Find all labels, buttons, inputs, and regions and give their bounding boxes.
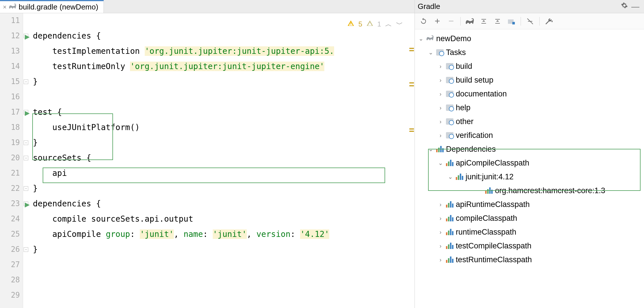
tree-task-group-other[interactable]: ›other	[415, 115, 644, 128]
offline-mode-icon[interactable]	[524, 15, 536, 28]
chevron-right-icon[interactable]: ›	[437, 118, 444, 125]
code-line[interactable]: useJUnitPlatform()	[33, 123, 415, 132]
tree-tasks[interactable]: ⌄Tasks	[415, 45, 644, 59]
tab-filename: build.gradle (newDemo)	[19, 3, 98, 12]
editor-tab-bar: × build.gradle (newDemo)	[0, 0, 415, 13]
code-line[interactable]: apiCompile group: 'junit', name: 'junit'…	[33, 230, 415, 238]
tree-dep-hamcrest[interactable]: org.hamcrest:hamcrest-core:1.3	[415, 184, 644, 197]
chevron-right-icon[interactable]: ›	[437, 77, 444, 83]
fold-column: −−−−−−−−	[23, 13, 31, 308]
tree-classpath-compileClasspath[interactable]: ›compileClasspath	[415, 211, 644, 225]
tree-task-group-verification[interactable]: ›verification	[415, 128, 644, 142]
warning-icon	[347, 20, 354, 28]
code-area[interactable]: dependencies { testImplementation 'org.j…	[31, 13, 415, 308]
tree-node-label: other	[456, 117, 474, 126]
folder-icon	[436, 49, 444, 56]
run-gutter-icon[interactable]: ▶	[25, 201, 30, 208]
fold-toggle-icon[interactable]: −	[24, 156, 28, 160]
editor-tab[interactable]: × build.gradle (newDemo)	[0, 0, 104, 13]
chevron-down-icon[interactable]: ⌄	[418, 35, 424, 42]
chevron-right-icon[interactable]: ›	[437, 243, 444, 249]
code-line[interactable]: dependencies {	[33, 200, 415, 208]
add-icon[interactable]: +	[431, 15, 444, 28]
chevron-down-icon[interactable]: ⌄	[428, 146, 434, 153]
fold-toggle-icon[interactable]: −	[24, 186, 28, 191]
line-number: 22	[11, 185, 20, 192]
tree-task-group-build[interactable]: ›build	[415, 59, 644, 73]
tree-classpath-testCompileClasspath[interactable]: ›testCompileClasspath	[415, 239, 644, 253]
expand-all-icon[interactable]	[477, 15, 490, 28]
chevron-right-icon[interactable]: ›	[437, 91, 444, 97]
code-line[interactable]: sourceSets {	[33, 154, 415, 162]
line-number: 25	[11, 230, 20, 238]
tree-root-project[interactable]: ⌄newDemo	[415, 32, 644, 45]
tree-node-label: testCompileClasspath	[456, 242, 532, 250]
svg-rect-1	[351, 24, 351, 25]
code-line[interactable]: api	[33, 169, 415, 177]
run-gutter-icon[interactable]: ▶	[25, 33, 30, 41]
tree-classpath-testRuntimeClasspath[interactable]: ›testRuntimeClasspath	[415, 253, 644, 267]
classpath-icon	[446, 160, 453, 166]
folder-icon	[446, 63, 453, 69]
code-line[interactable]: }	[33, 78, 415, 86]
editor-body[interactable]: 11121314151617181920212223242526272829 −…	[0, 13, 415, 308]
tree-task-group-documentation[interactable]: ›documentation	[415, 87, 644, 101]
tree-node-label: Dependencies	[446, 145, 496, 154]
code-line[interactable]: testRuntimeOnly 'org.junit.jupiter:junit…	[33, 62, 415, 71]
gutter: 11121314151617181920212223242526272829	[0, 13, 23, 308]
settings-icon[interactable]	[619, 2, 630, 11]
line-number: 16	[11, 93, 20, 100]
collapse-all-icon[interactable]	[491, 15, 504, 28]
wrench-icon[interactable]: ▾	[543, 15, 555, 28]
tree-classpath-apiCompileClasspath[interactable]: ⌄apiCompileClasspath	[415, 156, 644, 170]
chevron-down-icon[interactable]: ⌄	[428, 49, 434, 56]
folder-icon	[446, 118, 453, 125]
weak-warning-icon	[366, 20, 373, 28]
gradle-tree[interactable]: ⌄newDemo⌄Tasks›build›build setup›documen…	[415, 29, 644, 308]
chevron-right-icon[interactable]: ›	[437, 63, 444, 70]
code-line[interactable]: compile sourceSets.api.output	[33, 215, 415, 223]
classpath-icon	[446, 229, 453, 235]
remove-icon[interactable]: −	[445, 15, 457, 28]
inspections-widget[interactable]: 5 1 ︿ ﹀	[347, 20, 403, 29]
line-number: 15	[11, 78, 20, 85]
warning-count: 5	[358, 20, 362, 28]
code-line[interactable]: testImplementation 'org.junit.jupiter:ju…	[33, 47, 415, 55]
tree-node-label: apiCompileClasspath	[456, 159, 529, 168]
chevron-right-icon[interactable]: ›	[437, 132, 444, 139]
tree-classpath-runtimeClasspath[interactable]: ›runtimeClasspath	[415, 225, 644, 239]
gradle-elephant-icon[interactable]	[464, 15, 476, 28]
close-tab-icon[interactable]: ×	[3, 3, 7, 11]
hide-panel-icon[interactable]: —	[630, 2, 641, 11]
chevron-down-icon[interactable]: ⌄	[447, 173, 453, 180]
code-line[interactable]: dependencies {	[33, 32, 415, 40]
tree-dep-junit[interactable]: ⌄junit:junit:4.12	[415, 170, 644, 184]
prev-highlight-icon[interactable]: ︿	[385, 20, 392, 29]
fold-toggle-icon[interactable]: −	[24, 79, 28, 84]
chevron-right-icon[interactable]: ›	[437, 229, 444, 235]
refresh-icon[interactable]	[417, 15, 430, 28]
chevron-right-icon[interactable]: ›	[437, 256, 444, 263]
tree-classpath-apiRuntimeClasspath[interactable]: ›apiRuntimeClasspath	[415, 197, 644, 211]
chevron-right-icon[interactable]: ›	[437, 201, 444, 208]
code-line[interactable]: }	[33, 185, 415, 193]
gradle-tool-window: Gradle — + − ▾ ⌄newDemo⌄Tasks›build›buil…	[415, 0, 644, 308]
show-dependencies-icon[interactable]	[505, 15, 518, 28]
tree-dependencies[interactable]: ⌄Dependencies	[415, 142, 644, 156]
tree-node-label: documentation	[456, 90, 507, 98]
tree-task-group-build-setup[interactable]: ›build setup	[415, 73, 644, 87]
fold-toggle-icon[interactable]: −	[24, 140, 28, 145]
next-highlight-icon[interactable]: ﹀	[396, 20, 403, 29]
code-line[interactable]: test {	[33, 108, 415, 116]
run-gutter-icon[interactable]: ▶	[25, 109, 30, 117]
code-line[interactable]: }	[33, 139, 415, 147]
chevron-right-icon[interactable]: ›	[437, 104, 444, 111]
code-line[interactable]: }	[33, 246, 415, 254]
tree-task-group-help[interactable]: ›help	[415, 101, 644, 115]
chevron-right-icon[interactable]: ›	[437, 215, 444, 222]
tree-node-label: compileClasspath	[456, 214, 517, 223]
error-stripe[interactable]	[409, 13, 415, 308]
chevron-down-icon[interactable]: ⌄	[437, 159, 444, 166]
fold-toggle-icon[interactable]: −	[24, 247, 28, 252]
tree-node-label: junit:junit:4.12	[466, 172, 514, 181]
